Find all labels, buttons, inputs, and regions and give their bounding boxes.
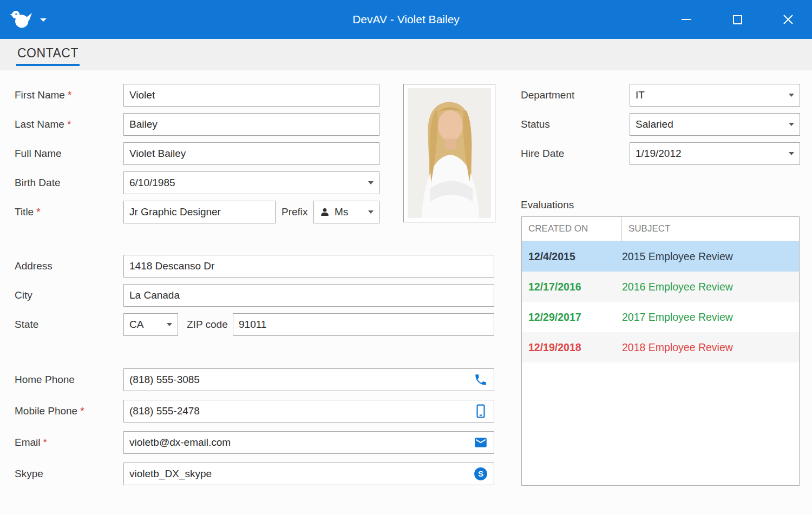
- chevron-down-icon: [368, 181, 374, 184]
- last-name-input[interactable]: [123, 113, 379, 136]
- zip-code-label: ZIP code: [187, 313, 228, 336]
- required-marker: *: [36, 206, 40, 217]
- email-label: Email*: [15, 431, 47, 454]
- evaluation-row[interactable]: 12/4/2015 2015 Employee Review: [522, 241, 799, 272]
- required-marker: *: [68, 89, 71, 101]
- hire-date-dropdown[interactable]: 1/19/2012: [630, 142, 800, 165]
- evaluation-date: 12/4/2015: [522, 241, 622, 272]
- required-marker: *: [80, 405, 84, 417]
- address-input[interactable]: [123, 255, 494, 278]
- evaluations-label: Evaluations: [521, 194, 574, 216]
- last-name-label: Last Name*: [15, 113, 71, 136]
- evaluation-subject: 2016 Employee Review: [622, 272, 799, 302]
- contact-photo-image: [408, 88, 491, 218]
- skype-icon: S: [474, 467, 488, 481]
- city-label: City: [15, 284, 32, 307]
- phone-icon: [474, 373, 488, 387]
- mobile-phone-label: Mobile Phone*: [15, 400, 84, 422]
- birth-date-dropdown[interactable]: 6/10/1985: [123, 171, 379, 194]
- evaluation-subject: 2018 Employee Review: [622, 332, 799, 362]
- skype-input[interactable]: [123, 463, 494, 485]
- state-label: State: [15, 313, 38, 336]
- status-value: Salaried: [636, 118, 784, 130]
- department-label: Department: [521, 84, 574, 107]
- close-button[interactable]: [778, 9, 798, 30]
- column-header-subject[interactable]: SUBJECT: [622, 217, 799, 241]
- mobile-phone-icon: [474, 404, 488, 418]
- svg-text:S: S: [478, 469, 483, 478]
- prefix-value: Ms: [335, 206, 364, 218]
- evaluation-row[interactable]: 12/17/2016 2016 Employee Review: [522, 272, 799, 302]
- department-value: IT: [636, 89, 784, 101]
- evaluation-subject: 2015 Employee Review: [622, 241, 799, 272]
- chevron-down-icon: [167, 323, 172, 326]
- hire-date-label: Hire Date: [521, 142, 564, 165]
- status-dropdown[interactable]: Salaried: [630, 113, 800, 136]
- department-dropdown[interactable]: IT: [630, 84, 800, 107]
- full-name-input[interactable]: [123, 142, 379, 165]
- evaluation-subject: 2017 Employee Review: [622, 302, 799, 332]
- status-label: Status: [521, 113, 550, 136]
- prefix-dropdown[interactable]: Ms: [313, 201, 379, 223]
- title-label: Title*: [15, 201, 41, 223]
- tab-strip: CONTACT: [0, 39, 812, 70]
- email-input[interactable]: [123, 431, 494, 454]
- state-value: CA: [129, 319, 162, 331]
- column-header-created-on[interactable]: CREATED ON: [522, 217, 622, 241]
- maximize-button[interactable]: [728, 9, 747, 30]
- evaluations-grid: CREATED ON SUBJECT 12/4/2015 2015 Employ…: [521, 216, 800, 486]
- birth-date-label: Birth Date: [15, 171, 60, 194]
- titlebar: DevAV - Violet Bailey: [0, 0, 812, 39]
- evaluations-grid-header: CREATED ON SUBJECT: [522, 217, 799, 241]
- chevron-down-icon: [789, 94, 794, 97]
- person-icon: [319, 207, 330, 217]
- skype-label: Skype: [15, 463, 43, 485]
- zip-code-input[interactable]: [233, 313, 494, 336]
- evaluation-date: 12/17/2016: [522, 272, 622, 302]
- evaluation-date: 12/29/2017: [522, 302, 622, 332]
- address-label: Address: [15, 255, 53, 278]
- state-dropdown[interactable]: CA: [123, 313, 178, 336]
- chevron-down-icon: [789, 123, 794, 126]
- prefix-label: Prefix: [281, 201, 308, 223]
- envelope-icon: [474, 435, 488, 450]
- title-input[interactable]: [123, 201, 276, 223]
- birth-date-value: 6/10/1985: [129, 177, 364, 189]
- required-marker: *: [43, 437, 47, 448]
- evaluation-row[interactable]: 12/19/2018 2018 Employee Review: [522, 332, 799, 362]
- home-phone-label: Home Phone: [15, 368, 75, 391]
- evaluation-row[interactable]: 12/29/2017 2017 Employee Review: [522, 302, 799, 332]
- full-name-label: Full Name: [15, 142, 62, 165]
- evaluations-rows: 12/4/2015 2015 Employee Review 12/17/201…: [522, 241, 799, 362]
- first-name-label: First Name*: [15, 84, 71, 107]
- home-phone-input[interactable]: [123, 368, 494, 391]
- minimize-icon: [682, 19, 691, 20]
- contact-tab-content: First Name* Last Name* Full Name Birth D…: [0, 70, 812, 515]
- hire-date-value: 1/19/2012: [636, 148, 784, 160]
- close-icon: [783, 14, 794, 25]
- required-marker: *: [67, 118, 71, 130]
- maximize-icon: [733, 15, 742, 24]
- mobile-phone-input[interactable]: [123, 400, 494, 422]
- tab-contact[interactable]: CONTACT: [16, 46, 80, 66]
- minimize-button[interactable]: [677, 9, 696, 30]
- contact-photo: [403, 84, 495, 222]
- evaluation-date: 12/19/2018: [522, 332, 622, 362]
- first-name-input[interactable]: [123, 84, 379, 107]
- window-controls: [677, 0, 798, 39]
- chevron-down-icon: [368, 210, 374, 214]
- city-input[interactable]: [123, 284, 494, 307]
- chevron-down-icon: [789, 152, 794, 155]
